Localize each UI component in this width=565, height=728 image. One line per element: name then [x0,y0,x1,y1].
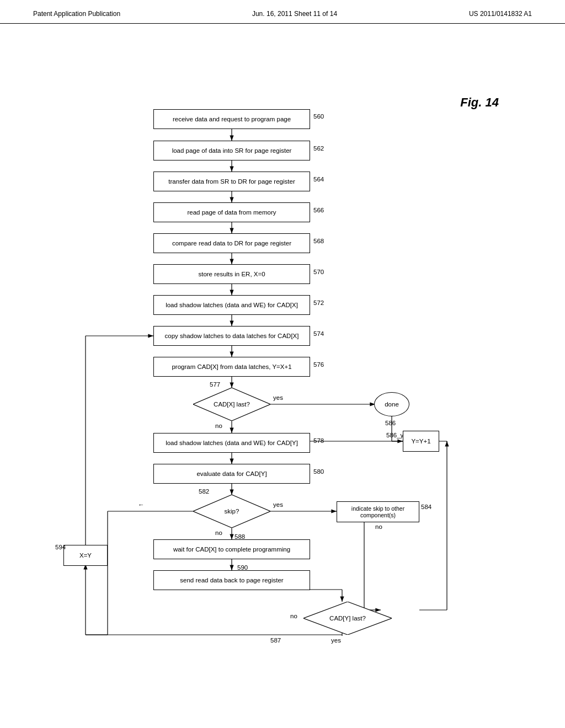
label-580: 580 [313,468,324,475]
label-587: 587 [270,637,281,644]
label-594: 594 [55,544,66,550]
step-570: store results in ER, X=0 [153,264,310,284]
step-574: copy shadow latches to data latches for … [153,326,310,346]
step-572: load shadow latches (data and WE) for CA… [153,295,310,315]
header-center: Jun. 16, 2011 Sheet 11 of 14 [252,10,337,18]
no-584: no [375,523,382,530]
label-584: 584 [421,504,431,510]
label-572: 572 [313,299,324,306]
label-577: 577 [210,381,220,388]
step-yy1: Y=Y+1 [403,431,439,452]
step-578: load shadow latches (data and WE) for CA… [153,433,310,453]
step-566: read page of data from memory [153,202,310,222]
label-568: 568 [313,238,324,244]
label-588: 588 [234,533,245,540]
step-590: send read data back to page register [153,570,310,590]
label-594-ref: ← [138,501,145,508]
step-562: load page of data into SR for page regis… [153,141,310,160]
label-562: 562 [313,145,324,152]
label-566: 566 [313,207,324,213]
yes-cady: yes [331,637,341,644]
label-576: 576 [313,361,324,368]
page-header: Patent Application Publication Jun. 16, … [0,0,565,24]
header-left: Patent Application Publication [33,10,120,18]
header-right: US 2011/0141832 A1 [469,10,532,18]
diagram-area: Fig. 14 [0,24,565,702]
step-564: transfer data from SR to DR for page reg… [153,172,310,191]
no-577: no [215,422,222,429]
step-594: X=Y [63,545,108,566]
label-574: 574 [313,330,324,337]
step-580: evaluate data for CAD[Y] [153,464,310,484]
done-oval: done [374,392,409,416]
step-588: wait for CAD[X] to complete programming [153,539,310,559]
label-590: 590 [237,564,248,571]
no-582: no [215,529,222,536]
diamond-582: skip? [193,495,270,528]
step-560: receive data and request to program page [153,109,310,129]
label-582: 582 [199,488,209,495]
label-578: 578 [313,437,324,444]
label-done: 586 [385,420,396,426]
label-yy1: 586_y [386,432,403,438]
yes-577: yes [273,394,283,401]
label-564: 564 [313,176,324,183]
label-570: 570 [313,269,324,275]
step-584: indicate skip to other component(s) [337,501,419,522]
no-cady: no [290,613,297,619]
step-576: program CAD[X] from data latches, Y=X+1 [153,357,310,377]
diamond-577: CAD[X] last? [193,388,270,421]
diamond-cady: CAD[Y] last? [303,602,392,635]
yes-582: yes [273,501,283,508]
step-568: compare read data to DR for page registe… [153,233,310,253]
label-560: 560 [313,113,324,120]
fig-label: Fig. 14 [460,95,499,110]
